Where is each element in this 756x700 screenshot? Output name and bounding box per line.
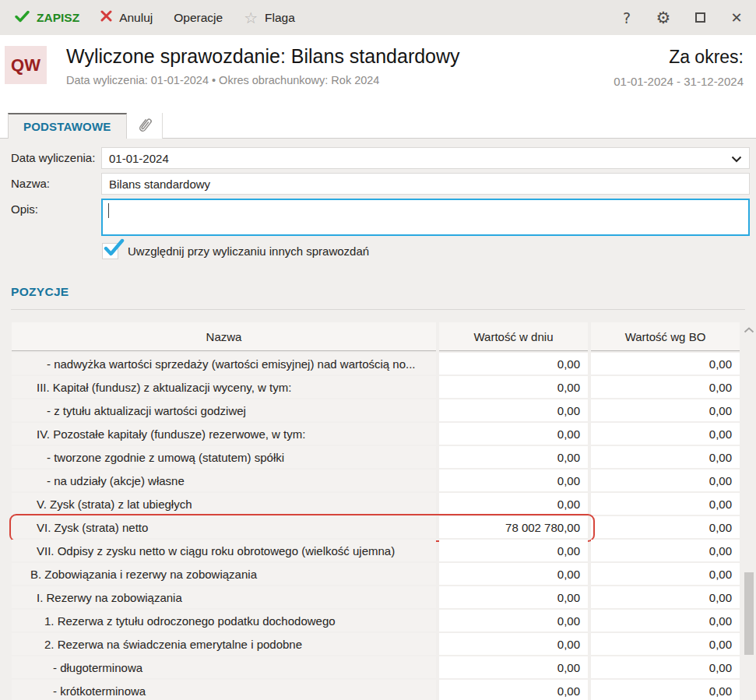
row-value-bo-cell: 0,00 <box>591 446 740 468</box>
row-name-cell: 1. Rezerwa z tytułu odroczonego podatku … <box>12 610 436 631</box>
desc-field-label: Opis: <box>11 199 101 236</box>
row-value-day-cell: 0,00 <box>439 680 588 700</box>
row-name-cell: VII. Odpisy z zysku netto w ciągu roku o… <box>12 540 436 561</box>
row-value-day-cell: 0,00 <box>439 586 588 608</box>
row-value-bo-cell: 0,00 <box>591 516 740 538</box>
operations-button[interactable]: Operacje <box>167 6 230 30</box>
row-name-cell: IV. Pozostałe kapitały (fundusze) rezerw… <box>12 423 436 445</box>
positions-table: Nazwa Wartość w dniu Wartość wg BO - nad… <box>12 322 740 700</box>
row-value-bo-cell: 0,00 <box>591 493 740 515</box>
row-value-bo-cell: 0,00 <box>591 353 740 375</box>
row-value-day-cell: 0,00 <box>439 633 588 655</box>
table-row[interactable]: V. Zysk (strata) z lat ubiegłych 0,00 0,… <box>12 493 740 515</box>
row-value-bo-cell: 0,00 <box>591 586 740 608</box>
table-row[interactable]: I. Rezerwy na zobowiązania 0,00 0,00 <box>12 586 740 608</box>
row-value-day-cell: 0,00 <box>439 376 588 398</box>
scroll-up-icon[interactable] <box>743 319 755 341</box>
flag-button[interactable]: ☆ Flaga <box>237 4 302 32</box>
table-row[interactable]: B. Zobowiązania i rezerwy na zobowiązani… <box>12 563 740 585</box>
table-row[interactable]: - krótkoterminowa 0,00 0,00 <box>12 680 740 700</box>
row-value-day-cell: 0,00 <box>439 493 588 515</box>
name-input[interactable]: Bilans standardowy <box>101 173 750 195</box>
operations-button-label: Operacje <box>174 11 223 25</box>
name-field-label: Nazwa: <box>11 173 101 195</box>
row-value-day-cell: 0,00 <box>439 656 588 678</box>
vertical-scrollbar[interactable] <box>743 319 755 700</box>
row-value-bo-cell: 0,00 <box>591 633 740 655</box>
row-value-day-cell: 0,00 <box>439 423 588 445</box>
table-row[interactable]: 1. Rezerwa z tytułu odroczonego podatku … <box>12 610 740 631</box>
row-name-cell: VI. Zysk (strata) netto <box>12 516 436 538</box>
table-row[interactable]: 2. Rezerwa na świadczenia emerytalne i p… <box>12 633 740 655</box>
row-value-bo-cell: 0,00 <box>591 376 740 398</box>
row-name-cell: III. Kapitał (fundusz) z aktualizacji wy… <box>12 376 436 398</box>
scrollbar-thumb[interactable] <box>744 572 754 655</box>
table-row[interactable]: - tworzone zgodnie z umową (statutem) sp… <box>12 446 740 468</box>
description-textarea[interactable] <box>101 199 750 236</box>
x-icon <box>100 10 112 25</box>
row-value-day-cell: 78 002 780,00 <box>439 516 588 538</box>
maximize-icon[interactable] <box>691 9 709 26</box>
save-button[interactable]: ZAPISZ <box>8 5 86 30</box>
close-icon[interactable]: ✕ <box>728 9 745 26</box>
row-name-cell: B. Zobowiązania i rezerwy na zobowiązani… <box>12 563 436 585</box>
save-button-label: ZAPISZ <box>37 11 79 25</box>
row-name-cell: I. Rezerwy na zobowiązania <box>12 586 436 608</box>
check-icon <box>15 10 30 26</box>
row-value-bo-cell: 0,00 <box>591 470 740 491</box>
row-name-cell: - nadwyżka wartości sprzedaży (wartości … <box>12 353 436 375</box>
include-checkbox-label: Uwzględnij przy wyliczaniu innych sprawo… <box>128 244 369 258</box>
cancel-button-label: Anuluj <box>119 11 153 25</box>
table-header: Nazwa Wartość w dniu Wartość wg BO <box>12 322 740 351</box>
row-value-bo-cell: 0,00 <box>591 540 740 561</box>
period-range: 01-01-2024 - 31-12-2024 <box>614 75 744 88</box>
table-row[interactable]: VI. Zysk (strata) netto 78 002 780,00 0,… <box>12 516 740 538</box>
date-field-label: Data wyliczenia: <box>11 147 101 169</box>
tab-attachments[interactable] <box>127 113 163 139</box>
include-checkbox[interactable] <box>102 243 118 259</box>
row-value-bo-cell: 0,00 <box>591 563 740 585</box>
column-header-nazwa[interactable]: Nazwa <box>12 322 436 351</box>
table-body: - nadwyżka wartości sprzedaży (wartości … <box>12 353 740 700</box>
row-value-day-cell: 0,00 <box>439 446 588 468</box>
name-input-value: Bilans standardowy <box>109 178 210 191</box>
row-value-day-cell: 0,00 <box>439 353 588 375</box>
row-value-bo-cell: 0,00 <box>591 656 740 678</box>
table-row[interactable]: IV. Pozostałe kapitały (fundusze) rezerw… <box>12 423 740 445</box>
column-header-wartosc-w-dniu[interactable]: Wartość w dniu <box>439 322 588 351</box>
table-row[interactable]: III. Kapitał (fundusz) z aktualizacji wy… <box>12 376 740 398</box>
record-badge: QW <box>5 46 47 84</box>
row-name-cell: - krótkoterminowa <box>12 680 436 700</box>
row-value-day-cell: 0,00 <box>439 540 588 561</box>
row-value-day-cell: 0,00 <box>439 610 588 631</box>
page-subtitle: Data wyliczenia: 01-01-2024 • Okres obra… <box>66 74 614 86</box>
table-row[interactable]: - nadwyżka wartości sprzedaży (wartości … <box>12 353 740 375</box>
table-row[interactable]: VII. Odpisy z zysku netto w ciągu roku o… <box>12 540 740 561</box>
row-name-cell: - tworzone zgodnie z umową (statutem) sp… <box>12 446 436 468</box>
cancel-button[interactable]: Anuluj <box>93 5 160 30</box>
include-checkbox-row: Uwzględnij przy wyliczaniu innych sprawo… <box>102 243 756 259</box>
page-title: Wyliczone sprawozdanie: Bilans standardo… <box>66 45 614 68</box>
row-name-cell: 2. Rezerwa na świadczenia emerytalne i p… <box>12 633 436 655</box>
row-value-bo-cell: 0,00 <box>591 610 740 631</box>
row-name-cell: - z tytułu aktualizacji wartości godziwe… <box>12 399 436 421</box>
text-cursor <box>108 203 109 218</box>
table-row[interactable]: - na udziały (akcje) własne 0,00 0,00 <box>12 470 740 491</box>
app-window: ZAPISZ Anuluj Operacje ☆ Flaga ? ⚙ ✕ QW … <box>0 0 756 700</box>
calc-date-value: 01-01-2024 <box>109 152 169 165</box>
record-header: QW Wyliczone sprawozdanie: Bilans standa… <box>0 35 756 109</box>
table-row[interactable]: - z tytułu aktualizacji wartości godziwe… <box>12 399 740 421</box>
calc-date-select[interactable]: 01-01-2024 <box>101 147 750 169</box>
section-divider <box>11 309 745 310</box>
help-icon[interactable]: ? <box>618 9 635 26</box>
toolbar: ZAPISZ Anuluj Operacje ☆ Flaga ? ⚙ ✕ <box>0 0 756 35</box>
checkmark-icon <box>104 238 125 257</box>
row-value-day-cell: 0,00 <box>439 563 588 585</box>
table-row[interactable]: - długoterminowa 0,00 0,00 <box>12 656 740 678</box>
row-name-cell: - długoterminowa <box>12 656 436 678</box>
gear-icon[interactable]: ⚙ <box>655 9 672 26</box>
column-header-wartosc-wg-bo[interactable]: Wartość wg BO <box>591 322 740 351</box>
row-name-cell: V. Zysk (strata) z lat ubiegłych <box>12 493 436 515</box>
tab-podstawowe[interactable]: PODSTAWOWE <box>8 113 127 139</box>
row-value-bo-cell: 0,00 <box>591 399 740 421</box>
